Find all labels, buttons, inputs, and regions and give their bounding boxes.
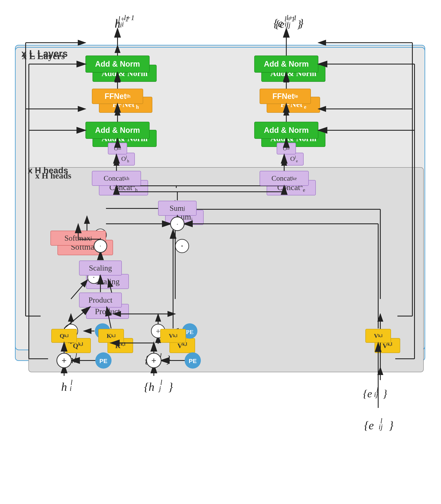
l-layers-box: x L Layers x H heads Add & Norm Add & No… (15, 47, 425, 350)
scaling-rendered: Scaling (79, 260, 122, 275)
svg-text:{e: {e (273, 17, 283, 29)
add-norm-ml-rendered: Add & Norm (85, 122, 150, 139)
svg-text:}: } (168, 381, 173, 393)
o-e-box: Ole (284, 153, 304, 166)
ffnet-h-rendered: FFNetlh (92, 89, 143, 104)
svg-text:l: l (380, 417, 382, 425)
svg-text:i: i (122, 20, 124, 28)
svg-text:l: l (376, 386, 378, 394)
svg-text:ij: ij (374, 390, 378, 398)
add-norm-tr-rendered: Add & Norm (254, 56, 318, 73)
add-norm-mr-rendered: Add & Norm (254, 122, 318, 139)
add-norm-tl-rendered: Add & Norm (85, 56, 150, 73)
q-rendered: Qk,l (51, 329, 77, 343)
multiply-circle: · (175, 239, 189, 253)
svg-text:l+1: l+1 (124, 14, 134, 22)
svg-text:i: i (120, 21, 122, 29)
product-rendered: Product (79, 292, 122, 307)
o-e-rendered: Ole (277, 143, 296, 154)
concat-e-rendered: Concatke (260, 171, 309, 186)
sum-j-rendered: Sumj (158, 201, 197, 216)
softmax-rendered: Softmaxj (50, 231, 106, 245)
ffnet-e-rendered: FFNetle (260, 89, 311, 104)
v2-rendered: Vk,l (365, 329, 391, 343)
svg-text:}: } (389, 419, 394, 432)
svg-text:h: h (115, 18, 120, 30)
svg-text:l+1: l+1 (286, 14, 297, 22)
svg-text:ij: ij (286, 21, 291, 29)
x-l-layers-text: x L Layers (21, 48, 68, 59)
svg-text:h: h (61, 381, 67, 393)
svg-text:}: } (297, 18, 301, 30)
svg-text:}: } (299, 17, 304, 29)
svg-text:l+1: l+1 (118, 15, 129, 23)
svg-text:{e: {e (275, 18, 284, 30)
svg-text:{h: {h (144, 381, 155, 393)
svg-text:h: h (115, 17, 120, 29)
x-h-heads-text: x H heads (28, 166, 68, 175)
svg-text:ij: ij (378, 423, 383, 431)
svg-text:j: j (158, 384, 161, 392)
svg-text:}: } (383, 388, 387, 399)
svg-text:l+1: l+1 (284, 15, 295, 23)
svg-text:{e: {e (363, 388, 372, 399)
svg-text:ij: ij (284, 20, 289, 28)
o-h-rendered: Olh (108, 143, 127, 154)
diagram-container: x L Layers x H heads Add & Norm Add & No… (9, 9, 432, 495)
v1-rendered: Vk,l (160, 329, 186, 343)
concat-h-rendered: Concatkh (92, 171, 141, 186)
o-h-box: Olh (116, 153, 135, 166)
svg-text:i: i (70, 384, 72, 392)
svg-text:l: l (160, 378, 162, 386)
svg-text:l: l (71, 378, 72, 386)
svg-text:{e: {e (364, 419, 374, 432)
k-rendered: Kk,l (98, 329, 124, 343)
